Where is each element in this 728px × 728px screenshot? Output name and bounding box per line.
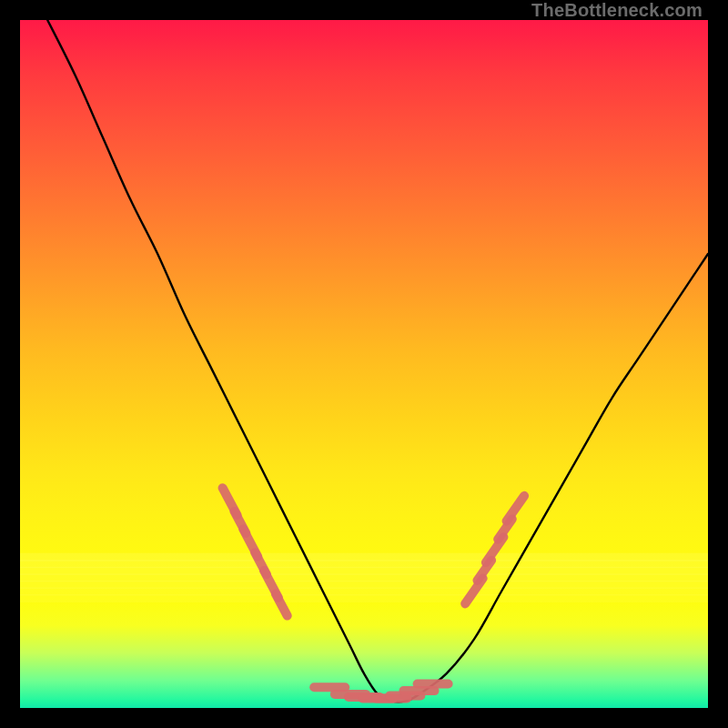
bottleneck-curve-svg bbox=[20, 20, 708, 708]
chart-frame: TheBottleneck.com bbox=[0, 0, 728, 728]
highlight-bands bbox=[20, 553, 708, 602]
watermark-text: TheBottleneck.com bbox=[531, 0, 703, 21]
highlight-band bbox=[20, 594, 708, 602]
plot-area bbox=[20, 20, 708, 708]
